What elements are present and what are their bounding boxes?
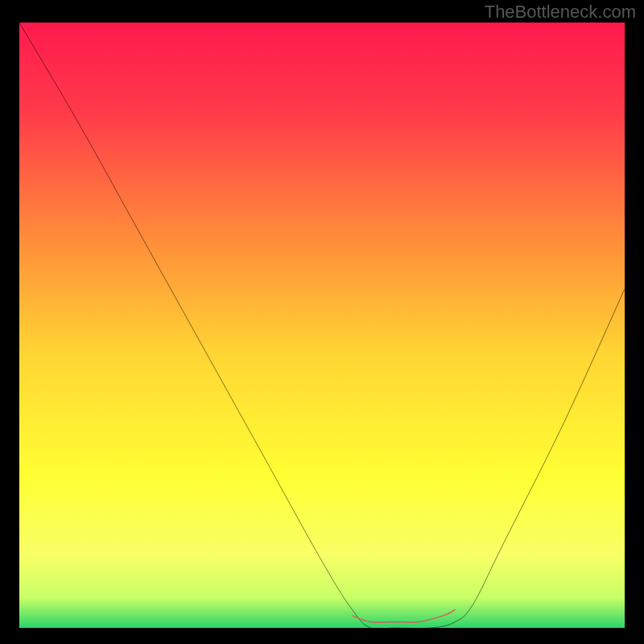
- attribution-label: TheBottleneck.com: [485, 2, 636, 23]
- gradient-background: [19, 23, 625, 628]
- bottleneck-chart: [19, 23, 625, 628]
